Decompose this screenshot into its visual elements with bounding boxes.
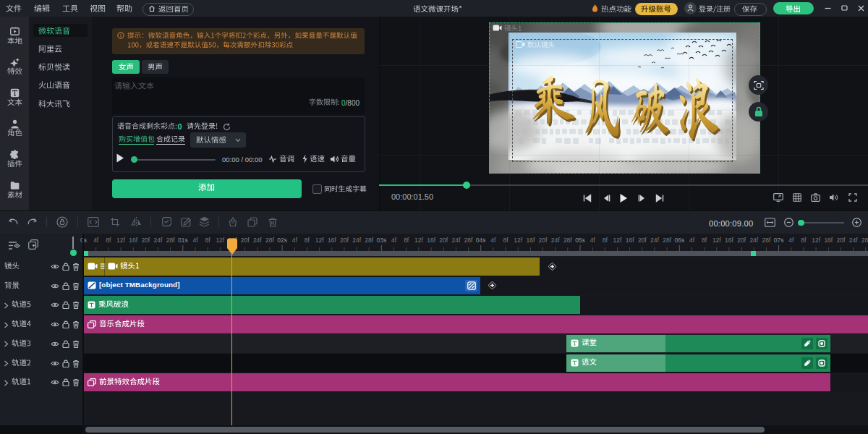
svg-text:4f: 4f	[490, 237, 496, 244]
svg-text:4f: 4f	[788, 237, 794, 244]
svg-text:12f: 12f	[414, 237, 423, 244]
svg-text:24f: 24f	[749, 237, 758, 244]
svg-text:4f: 4f	[590, 237, 596, 244]
svg-text:20f: 20f	[539, 237, 548, 244]
svg-text:24f: 24f	[352, 237, 361, 244]
svg-text:28f: 28f	[464, 237, 473, 244]
svg-text:02s: 02s	[277, 237, 287, 244]
svg-text:8f: 8f	[305, 237, 310, 244]
svg-text:20f: 20f	[141, 237, 150, 244]
svg-text:06s: 06s	[674, 237, 684, 244]
svg-text:05s: 05s	[575, 237, 585, 244]
svg-text:28f: 28f	[762, 237, 770, 244]
svg-text:24f: 24f	[154, 237, 163, 244]
svg-text:12f: 12f	[216, 237, 224, 244]
svg-text:16f: 16f	[129, 237, 137, 244]
svg-text:4f: 4f	[192, 237, 198, 244]
svg-text:24f: 24f	[650, 237, 659, 244]
svg-text:16f: 16f	[526, 237, 535, 244]
svg-text:20f: 20f	[836, 237, 845, 244]
svg-text:8f: 8f	[205, 237, 211, 244]
svg-text:01s: 01s	[178, 237, 188, 244]
svg-text:03s: 03s	[377, 237, 387, 244]
svg-text:16f: 16f	[328, 237, 336, 244]
svg-text:4f: 4f	[292, 237, 298, 244]
svg-text:12f: 12f	[315, 237, 324, 244]
svg-text:28f: 28f	[861, 237, 868, 244]
svg-text:04s: 04s	[476, 237, 486, 244]
svg-text:20f: 20f	[340, 237, 349, 244]
svg-text:12f: 12f	[812, 237, 820, 244]
svg-text:20f: 20f	[638, 237, 647, 244]
svg-text:8f: 8f	[503, 237, 509, 244]
svg-text:16f: 16f	[725, 237, 733, 244]
svg-text:4f: 4f	[391, 237, 397, 244]
svg-text:28f: 28f	[365, 237, 373, 244]
svg-text:16f: 16f	[824, 237, 833, 244]
svg-text:16f: 16f	[626, 237, 634, 244]
svg-text:24f: 24f	[551, 237, 560, 244]
svg-text:4f: 4f	[93, 237, 99, 244]
svg-text:8f: 8f	[603, 237, 608, 244]
svg-text:8f: 8f	[106, 237, 111, 244]
svg-text:24f: 24f	[253, 237, 262, 244]
svg-text:8f: 8f	[801, 237, 807, 244]
svg-text:20f: 20f	[241, 237, 250, 244]
svg-text:8f: 8f	[404, 237, 409, 244]
svg-text:8f: 8f	[702, 237, 707, 244]
svg-text:4f: 4f	[689, 237, 695, 244]
svg-text:16f: 16f	[427, 237, 435, 244]
svg-text:0s: 0s	[80, 237, 87, 244]
svg-text:24f: 24f	[849, 237, 858, 244]
svg-text:07s: 07s	[774, 237, 784, 244]
svg-text:12f: 12f	[116, 237, 125, 244]
svg-text:24f: 24f	[451, 237, 460, 244]
svg-text:20f: 20f	[439, 237, 448, 244]
svg-text:20f: 20f	[737, 237, 746, 244]
svg-text:28f: 28f	[563, 237, 572, 244]
svg-text:12f: 12f	[514, 237, 522, 244]
svg-text:28f: 28f	[265, 237, 274, 244]
svg-text:28f: 28f	[166, 237, 175, 244]
svg-text:12f: 12f	[613, 237, 622, 244]
svg-text:28f: 28f	[663, 237, 671, 244]
svg-text:12f: 12f	[712, 237, 721, 244]
